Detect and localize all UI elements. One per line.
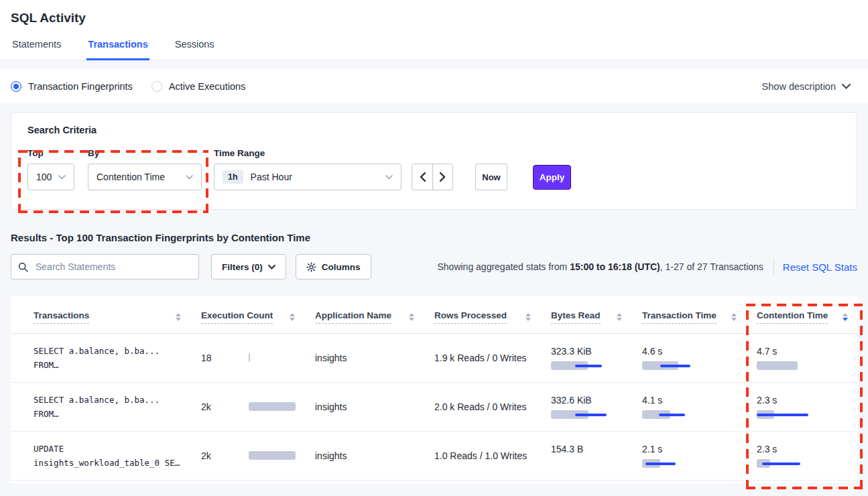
columns-button[interactable]: Columns (296, 254, 371, 280)
page-header: SQL Activity Statements Transactions Ses… (0, 0, 868, 60)
search-statements-box[interactable] (11, 254, 199, 280)
show-description-toggle[interactable]: Show description (762, 81, 851, 92)
time-next-button[interactable] (432, 164, 452, 190)
top-label: Top (27, 148, 88, 158)
time-range-select[interactable]: 1h Past Hour (214, 164, 401, 190)
top-select[interactable]: 100 (27, 164, 74, 190)
apply-button[interactable]: Apply (533, 165, 571, 190)
search-statements-input[interactable] (34, 261, 192, 273)
transaction-time-value: 4.6 s (642, 346, 737, 357)
transactions-table-card: Transactions Execution Count Application… (11, 296, 857, 483)
aggregated-stats-text: Showing aggregated stats from 15:00 to 1… (437, 261, 763, 272)
radio-label: Transaction Fingerprints (28, 81, 133, 92)
chevron-left-icon (420, 172, 426, 182)
contention-time-value: 4.7 s (757, 346, 848, 357)
rows-processed-value: 2.0 k Reads / 0 Writes (424, 383, 540, 432)
filters-label: Filters (0) (222, 262, 263, 272)
column-header-bytes-read[interactable]: Bytes Read (540, 296, 631, 334)
contention-time-bar (757, 459, 810, 469)
radio-transaction-fingerprints[interactable]: Transaction Fingerprints (11, 81, 133, 92)
search-criteria-heading: Search Criteria (27, 125, 841, 135)
sort-icon[interactable] (525, 313, 531, 321)
transaction-fingerprint-link[interactable]: UPDATEinsights_workload_table_0 SE… (34, 442, 181, 471)
now-button[interactable]: Now (475, 164, 507, 190)
radio-active-executions[interactable]: Active Executions (151, 81, 245, 92)
bytes-read-bar (551, 410, 605, 420)
rows-processed-value: 1.0 Reads / 1.0 Writes (424, 432, 540, 481)
top-select-value: 100 (36, 172, 52, 182)
rows-processed-value: 1.9 k Reads / 0 Writes (424, 334, 540, 383)
by-field: By Contention Time (88, 148, 214, 190)
by-select-value: Contention Time (97, 172, 165, 182)
chevron-right-icon (440, 172, 446, 182)
column-header-transaction-time[interactable]: Transaction Time (631, 296, 746, 334)
radio-selected-icon[interactable] (11, 81, 21, 92)
execution-count-bar (249, 451, 295, 460)
contention-time-bar (757, 361, 810, 371)
sort-icon[interactable] (176, 313, 181, 321)
page-title: SQL Activity (11, 11, 857, 25)
vertical-divider (773, 258, 774, 275)
transaction-time-value: 4.1 s (642, 395, 737, 406)
results-heading: Results - Top 100 Transaction Fingerprin… (11, 232, 857, 243)
column-header-execution-count[interactable]: Execution Count (190, 296, 304, 334)
execution-count-value: 18 (201, 353, 231, 363)
results-controls: Filters (0) Columns Showing aggregated s… (11, 254, 857, 280)
view-toggle-band: Transaction Fingerprints Active Executio… (0, 69, 868, 103)
bytes-read-value: 154.3 B (551, 444, 622, 454)
column-header-rows-processed[interactable]: Rows Processed (424, 296, 540, 334)
transaction-fingerprint-link[interactable]: SELECT a.balance, b.ba...FROM… (34, 344, 181, 373)
transactions-table: Transactions Execution Count Application… (11, 296, 857, 481)
application-name-value: insights (304, 432, 424, 481)
column-header-transactions[interactable]: Transactions (11, 296, 190, 334)
tab-statements[interactable]: Statements (11, 39, 62, 60)
sort-icon[interactable] (843, 313, 848, 321)
top-field: Top 100 (27, 148, 88, 190)
bytes-read-bar (551, 361, 605, 371)
radio-unselected-icon[interactable] (151, 81, 162, 92)
sort-icon[interactable] (731, 313, 737, 321)
tab-sessions[interactable]: Sessions (174, 39, 216, 60)
time-nav-group (412, 164, 453, 190)
show-description-label: Show description (762, 81, 836, 92)
execution-count-bar (249, 353, 295, 363)
by-select[interactable]: Contention Time (88, 164, 202, 190)
tab-bar: Statements Transactions Sessions (0, 39, 868, 60)
time-range-badge: 1h (223, 170, 243, 184)
transaction-fingerprint-link[interactable]: SELECT a.balance, b.ba...FROM… (34, 393, 181, 422)
transaction-time-bar (642, 410, 696, 420)
columns-label: Columns (322, 262, 361, 272)
sort-icon[interactable] (617, 313, 622, 321)
by-label: By (88, 148, 214, 158)
filters-button[interactable]: Filters (0) (211, 254, 286, 280)
reset-sql-stats-link[interactable]: Reset SQL Stats (783, 261, 857, 273)
time-range-label: Time Range (214, 148, 401, 158)
gear-icon (306, 262, 316, 272)
time-range-value: Past Hour (251, 172, 292, 182)
chevron-down-icon (58, 175, 66, 180)
table-row[interactable]: SELECT a.balance, b.ba...FROM… 2k insigh… (11, 383, 857, 432)
tab-transactions[interactable]: Transactions (86, 39, 149, 60)
application-name-value: insights (304, 383, 424, 432)
sort-icon[interactable] (290, 313, 295, 321)
stats-area: Showing aggregated stats from 15:00 to 1… (437, 258, 857, 275)
time-range-field: Time Range 1h Past Hour (214, 148, 401, 190)
column-header-contention-time[interactable]: Contention Time (746, 296, 857, 334)
search-criteria-card: Search Criteria Top 100 By Contention Ti… (11, 112, 857, 210)
chevron-down-icon (268, 265, 275, 269)
execution-count-bar (249, 402, 295, 412)
chevron-down-icon (385, 175, 393, 180)
column-header-application-name[interactable]: Application Name (304, 296, 424, 334)
execution-count-value: 2k (201, 450, 231, 461)
table-row[interactable]: UPDATEinsights_workload_table_0 SE… 2k i… (11, 432, 857, 481)
transaction-time-bar (642, 361, 696, 371)
time-prev-button[interactable] (412, 164, 432, 190)
chevron-down-icon (186, 175, 193, 180)
contention-time-value: 2.3 s (757, 395, 848, 406)
bytes-read-bar (551, 459, 605, 469)
contention-time-bar (757, 410, 810, 420)
table-header-row: Transactions Execution Count Application… (11, 296, 857, 334)
table-row[interactable]: SELECT a.balance, b.ba...FROM… 18 insigh… (11, 334, 857, 383)
sort-icon[interactable] (409, 313, 414, 321)
search-icon (18, 262, 28, 272)
